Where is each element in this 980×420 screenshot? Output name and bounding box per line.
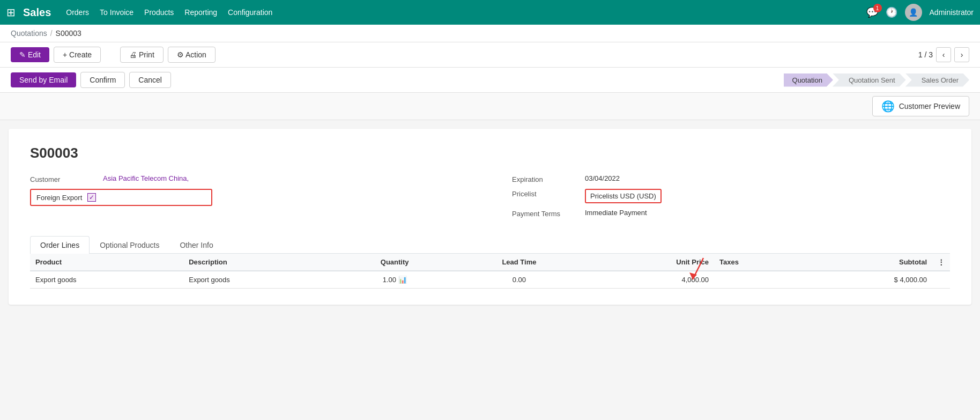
nav-right: 💬 1 🕐 👤 Administrator	[866, 4, 974, 21]
order-table-wrapper: Product Description Quantity Lead Time U…	[30, 254, 950, 289]
payment-terms-value[interactable]: Immediate Payment	[585, 209, 647, 217]
breadcrumb-parent[interactable]: Quotations	[11, 29, 47, 38]
payment-terms-label: Payment Terms	[512, 209, 576, 218]
preview-bar: 🌐 Customer Preview	[0, 93, 980, 120]
col-description: Description	[183, 254, 337, 271]
edit-button[interactable]: ✎ Edit	[11, 47, 49, 62]
breadcrumb: Quotations / S00003	[0, 25, 980, 42]
col-lead-time: Lead Time	[452, 254, 586, 271]
send-email-button[interactable]: Send by Email	[11, 72, 76, 87]
customer-label: Customer	[30, 174, 94, 183]
form-right: Expiration 03/04/2022 Pricelist Pricelis…	[490, 174, 950, 223]
order-title: S00003	[30, 145, 950, 161]
clock-icon[interactable]: 🕐	[886, 6, 897, 18]
nav-products[interactable]: Products	[144, 8, 174, 17]
tab-order-lines[interactable]: Order Lines	[30, 236, 90, 254]
confirm-button[interactable]: Confirm	[80, 72, 125, 88]
pricelist-value: Pricelists USD (USD)	[590, 192, 656, 200]
customer-field-row: Customer Asia Pacific Telecom China,	[30, 174, 479, 183]
red-arrow-annotation	[687, 255, 719, 288]
main-content: S00003 Customer Asia Pacific Telecom Chi…	[9, 129, 971, 305]
nav-menu: Orders To Invoice Products Reporting Con…	[66, 8, 272, 17]
col-quantity: Quantity	[337, 254, 452, 271]
username: Administrator	[930, 8, 974, 17]
nav-to-invoice[interactable]: To Invoice	[100, 8, 133, 17]
cell-lead-time[interactable]: 0.00	[452, 271, 586, 289]
next-record-button[interactable]: ›	[954, 47, 969, 62]
expiration-field-row: Expiration 03/04/2022	[512, 174, 939, 183]
create-button[interactable]: + Create	[54, 47, 101, 63]
foreign-export-checkbox-container[interactable]: Foreign Export ✓	[30, 189, 212, 206]
col-product: Product	[30, 254, 183, 271]
print-button[interactable]: 🖨 Print	[120, 47, 164, 63]
action-bar: ✎ Edit + Create 🖨 Print ⚙ Action 1 / 3 ‹…	[0, 42, 980, 68]
breadcrumb-current: S00003	[56, 29, 81, 38]
status-bar: Send by Email Confirm Cancel Quotation Q…	[0, 68, 980, 93]
cell-row-actions[interactable]	[932, 271, 950, 289]
nav-configuration[interactable]: Configuration	[228, 8, 272, 17]
foreign-export-field-row: Foreign Export ✓	[30, 189, 479, 206]
nav-orders[interactable]: Orders	[66, 8, 89, 17]
expiration-value[interactable]: 03/04/2022	[585, 174, 620, 182]
col-taxes: Taxes	[714, 254, 803, 271]
table-row: Export goods Export goods 1.00 📊 0.00 4,…	[30, 271, 950, 289]
status-steps: Quotation Quotation Sent Sales Order	[784, 73, 969, 87]
breadcrumb-separator: /	[50, 29, 53, 38]
prev-record-button[interactable]: ‹	[936, 47, 951, 62]
cell-unit-price[interactable]: 4,000.00	[586, 271, 714, 289]
col-subtotal: Subtotal	[803, 254, 932, 271]
globe-icon: 🌐	[881, 100, 895, 113]
table-header-row: Product Description Quantity Lead Time U…	[30, 254, 950, 271]
nav-reporting[interactable]: Reporting	[184, 8, 217, 17]
customer-preview-label: Customer Preview	[899, 102, 960, 110]
pricelist-label: Pricelist	[512, 189, 576, 198]
pricelist-field-row: Pricelist Pricelists USD (USD)	[512, 189, 939, 203]
cell-subtotal: $ 4,000.00	[803, 271, 932, 289]
tab-other-info[interactable]: Other Info	[169, 236, 223, 254]
cell-product[interactable]: Export goods	[30, 271, 183, 289]
app-name: Sales	[23, 6, 51, 19]
top-nav: ⊞ Sales Orders To Invoice Products Repor…	[0, 0, 980, 25]
payment-terms-field-row: Payment Terms Immediate Payment	[512, 209, 939, 218]
forecast-icon[interactable]: 📊	[398, 276, 407, 284]
status-step-quotation[interactable]: Quotation	[784, 73, 833, 87]
cell-taxes[interactable]	[714, 271, 803, 289]
messages-icon[interactable]: 💬 1	[866, 6, 878, 18]
avatar[interactable]: 👤	[905, 4, 922, 21]
grid-icon[interactable]: ⊞	[6, 6, 16, 19]
notification-badge: 1	[873, 4, 882, 12]
cell-description[interactable]: Export goods	[183, 271, 337, 289]
expiration-label: Expiration	[512, 174, 576, 183]
foreign-export-checkbox[interactable]: ✓	[87, 193, 96, 202]
status-step-sent[interactable]: Quotation Sent	[833, 73, 906, 87]
col-actions: ⋮	[932, 254, 950, 271]
action-button[interactable]: ⚙ Action	[168, 47, 216, 63]
cell-quantity[interactable]: 1.00 📊	[337, 271, 452, 289]
order-table: Product Description Quantity Lead Time U…	[30, 254, 950, 289]
form-fields: Customer Asia Pacific Telecom China, For…	[30, 174, 950, 223]
record-position: 1 / 3	[918, 50, 933, 59]
customer-value[interactable]: Asia Pacific Telecom China,	[103, 174, 189, 182]
cancel-button[interactable]: Cancel	[129, 72, 171, 88]
record-nav: 1 / 3 ‹ ›	[918, 47, 969, 62]
foreign-export-label: Foreign Export	[36, 194, 82, 202]
pricelist-value-container[interactable]: Pricelists USD (USD)	[585, 189, 662, 203]
customer-preview-button[interactable]: 🌐 Customer Preview	[872, 96, 969, 116]
status-step-sales-order[interactable]: Sales Order	[905, 73, 969, 87]
tabs: Order Lines Optional Products Other Info	[30, 236, 950, 254]
form-left: Customer Asia Pacific Telecom China, For…	[30, 174, 490, 223]
tab-optional-products[interactable]: Optional Products	[90, 236, 169, 254]
